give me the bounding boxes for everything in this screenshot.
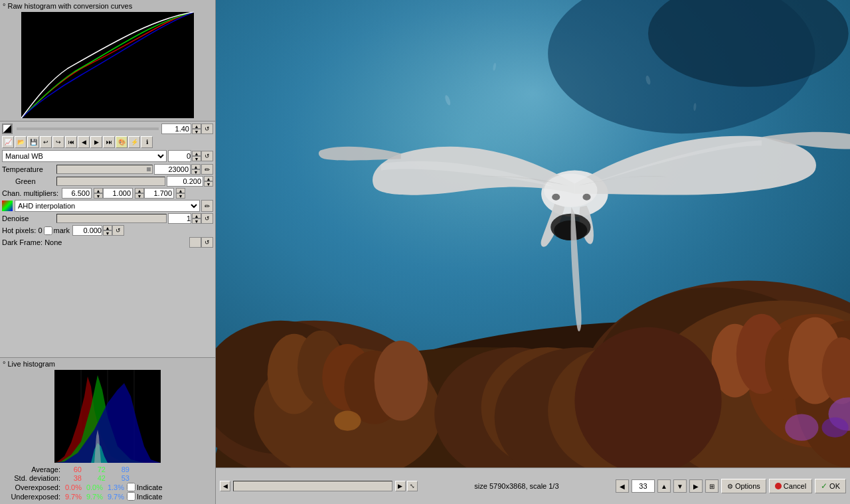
dark-frame-reset-btn[interactable]: ↺ [201, 237, 213, 248]
svg-point-42 [544, 173, 597, 207]
zoom-down-btn[interactable]: ▼ [673, 479, 687, 493]
save-btn[interactable]: 💾 [27, 136, 39, 148]
wb-spin-down[interactable]: ▼ [192, 156, 201, 161]
zoom-up-btn[interactable]: ▲ [657, 479, 671, 493]
options-button[interactable]: ⚙ Options [721, 479, 766, 493]
overexposed-green: 0.0% [84, 483, 103, 491]
hot-pixels-value-input[interactable]: 0.000 [72, 225, 102, 236]
denoise-down[interactable]: ▼ [192, 218, 201, 224]
green-spin-up[interactable]: ▲ [204, 176, 213, 181]
ok-button[interactable]: ✓ OK [815, 479, 846, 493]
chan-multipliers-row: Chan. multipliers: 6.500 ▲ ▼ 1.000 ▲ ▼ 1… [2, 188, 213, 199]
overexposed-blue: 1.3% [106, 483, 124, 491]
denoise-row: Denoise 1 ▲ ▼ ↺ [2, 213, 213, 224]
temp-spin-up[interactable]: ▲ [191, 164, 201, 169]
underexposed-indicate-checkbox[interactable] [127, 492, 135, 501]
redo-btn[interactable]: ↪ [52, 136, 64, 148]
std-green: 42 [87, 474, 106, 482]
raw-histogram-section: ° Raw histogram with conversion curves [0, 0, 215, 122]
undo-btn[interactable]: ↩ [40, 136, 52, 148]
interp-pencil-btn[interactable]: ✏ [201, 200, 213, 212]
temp-spin-down[interactable]: ▼ [191, 169, 201, 175]
image-info: size 5790x3868, scale 1/3 [474, 482, 558, 490]
green-spin-down[interactable]: ▼ [204, 181, 213, 187]
denoise-spinner: ▲ ▼ [192, 213, 201, 224]
green-spinner: ▲ ▼ [204, 176, 213, 187]
temperature-eyedropper-btn[interactable]: ✏ [201, 164, 213, 175]
chan-r-up[interactable]: ▲ [94, 188, 103, 193]
prev-btn[interactable]: ◀ [78, 136, 90, 148]
chan-b-input[interactable]: 1.700 [144, 188, 174, 199]
scroll-left-btn[interactable]: ◀ [220, 481, 230, 491]
scrollbar-area: ◀ ▶ ⤡ [220, 481, 418, 491]
resize-handle[interactable]: ⤡ [407, 481, 418, 491]
overexposed-indicate-checkbox[interactable] [127, 483, 135, 491]
wb-reset-btn[interactable]: ↺ [201, 151, 213, 161]
average-red: 60 [63, 465, 82, 473]
std-blue: 53 [111, 474, 129, 482]
svg-point-38 [334, 411, 361, 431]
overexposed-label: Overexposed: [4, 483, 60, 491]
dark-frame-folder-btn[interactable] [189, 237, 201, 248]
raw-histogram-title: ° Raw histogram with conversion curves [1, 1, 214, 11]
last-btn[interactable]: ⏭ [103, 136, 115, 148]
raw-histogram-canvas [21, 12, 194, 118]
denoise-value-input[interactable]: 1 [168, 213, 191, 224]
underexposed-red: 9.7% [63, 493, 82, 501]
denoise-up[interactable]: ▲ [192, 213, 201, 218]
zoom-next-btn[interactable]: ▶ [689, 479, 703, 493]
scroll-right-btn[interactable]: ▶ [395, 481, 406, 491]
info-btn[interactable]: ℹ [141, 136, 153, 148]
chan-b-up[interactable]: ▲ [176, 188, 185, 193]
cancel-dot-icon [775, 483, 782, 489]
open-btn[interactable]: 📂 [15, 136, 27, 148]
exposure-slider[interactable] [17, 127, 159, 130]
zoom-input[interactable]: 33 [632, 479, 655, 493]
hot-pixels-checkbox[interactable] [44, 226, 52, 235]
hot-pixels-label: Hot pixels: 0 [2, 226, 42, 234]
batch-btn[interactable]: ⚡ [128, 136, 140, 148]
cancel-button[interactable]: Cancel [769, 479, 812, 493]
horizontal-scrollbar[interactable] [233, 481, 392, 491]
underexposed-blue: 9.7% [106, 493, 124, 501]
wb-spinner: ▲ ▼ [192, 151, 201, 161]
exposure-value-input[interactable]: 1.40 [161, 124, 191, 134]
chan-r-down[interactable]: ▼ [94, 193, 103, 199]
svg-point-43 [552, 194, 560, 201]
chan-r-input[interactable]: 6.500 [62, 188, 92, 199]
svg-point-34 [574, 327, 721, 467]
exposure-reset-btn[interactable]: ↺ [201, 124, 213, 134]
wb-spin-up[interactable]: ▲ [192, 151, 201, 156]
chan-b-down[interactable]: ▼ [176, 193, 185, 199]
ok-check-icon: ✓ [821, 481, 827, 491]
chan-g-input[interactable]: 1.000 [103, 188, 133, 199]
temperature-slider[interactable] [56, 165, 153, 174]
fit-btn[interactable]: ⊞ [705, 479, 719, 493]
image-container[interactable] [216, 0, 850, 467]
denoise-reset-btn[interactable]: ↺ [201, 213, 213, 224]
denoise-slider[interactable] [56, 214, 167, 223]
chan-g-up[interactable]: ▲ [135, 188, 144, 193]
overexposed-row: Overexposed: 0.0% 0.0% 1.3% Indicate [4, 483, 211, 491]
first-btn[interactable]: ⏮ [65, 136, 77, 148]
hotpix-down[interactable]: ▼ [103, 230, 112, 236]
interpolation-select[interactable]: AHD interpolation [15, 200, 200, 212]
hotpix-reset-btn[interactable]: ↺ [112, 225, 124, 236]
zoom-prev-btn[interactable]: ◀ [616, 479, 629, 493]
next-btn[interactable]: ▶ [90, 136, 102, 148]
color-btn[interactable]: 🎨 [116, 136, 128, 148]
exposure-spin-up[interactable]: ▲ [192, 124, 201, 129]
green-value-input[interactable]: 0.200 [167, 176, 203, 187]
curve-btn[interactable]: 📈 [2, 136, 14, 148]
hotpix-up[interactable]: ▲ [103, 225, 112, 230]
wb-value-input[interactable]: 0 [168, 150, 191, 162]
green-slider[interactable] [56, 177, 165, 186]
temperature-label: Temperature [2, 165, 55, 173]
exposure-spin-down[interactable]: ▼ [192, 129, 201, 134]
options-icon: ⚙ [727, 483, 733, 490]
underwater-scene [216, 0, 850, 467]
temperature-value-input[interactable]: 23000 [154, 164, 191, 175]
chan-g-spinner: ▲ ▼ [135, 188, 144, 199]
wb-select[interactable]: Manual WB [2, 150, 167, 162]
chan-g-down[interactable]: ▼ [135, 193, 144, 199]
